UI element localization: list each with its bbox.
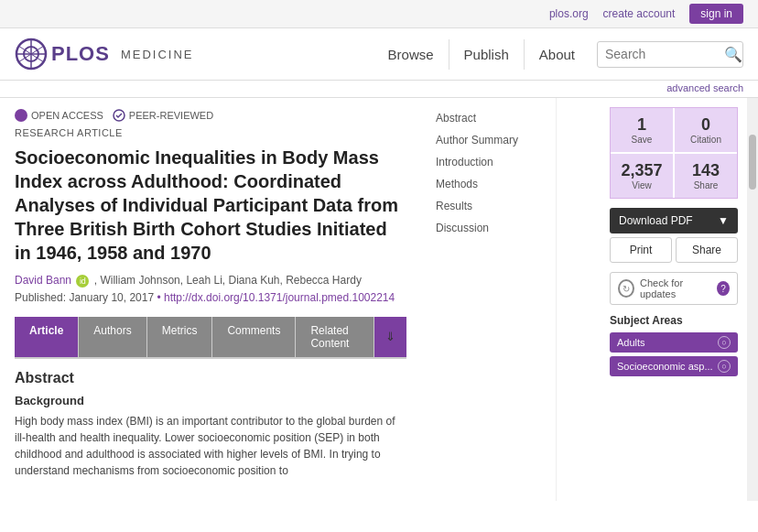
subject-tag-socioeconomic-label: Socioeconomic asp... [617,361,713,372]
peer-reviewed-icon [113,109,125,122]
sidebar-author-summary[interactable]: Author Summary [421,129,556,151]
article-title: Socioeconomic Inequalities in Body Mass … [15,146,406,265]
subject-tag-adults-label: Adults [617,337,645,348]
view-label: View [614,180,669,190]
metric-view: 2,357 View [611,154,673,198]
save-label: Save [614,135,669,145]
nav-publish[interactable]: Publish [449,39,525,70]
check-updates-widget[interactable]: ↻ Check for updates ? [610,272,738,305]
publish-date: Published: January 10, 2017 • http://dx.… [15,291,406,304]
citation-count: 0 [678,115,733,135]
sidebar-discussion[interactable]: Discussion [421,217,556,239]
advanced-search-bar: advanced search [0,81,758,98]
open-access-label: OPEN ACCESS [31,110,103,121]
top-bar: plos.org create account sign in [0,0,758,28]
badges: OPEN ACCESS PEER-REVIEWED [15,109,406,122]
logo-area: PLOS MEDICINE [15,38,193,71]
tab-comments[interactable]: Comments [212,317,296,357]
advanced-search-link[interactable]: advanced search [666,82,743,93]
tab-related-content[interactable]: Related Content [296,317,374,357]
subject-tag-adults-icon: ○ [718,336,731,349]
search-icon[interactable]: 🔍 [724,46,742,63]
orcid-icon: id [76,275,89,288]
print-button[interactable]: Print [610,237,672,263]
download-pdf-button[interactable]: Download PDF ▼ [610,208,738,233]
metric-save: 1 Save [611,108,673,152]
abstract-heading: Abstract [15,370,406,386]
metric-share: 143 Share [675,154,737,198]
dropdown-arrow-icon: ▼ [718,214,729,227]
header: PLOS MEDICINE Browse Publish About 🔍 [0,28,758,81]
nav-links: Browse Publish About [374,39,590,70]
metrics-grid: 1 Save 0 Citation 2,357 View 143 Share [610,107,738,199]
published-label: Published: [15,291,66,304]
peer-reviewed-label: PEER-REVIEWED [129,110,213,121]
tab-authors[interactable]: Authors [79,317,146,357]
chevron-down-icon: ⇓ [385,330,395,343]
background-heading: Background [15,394,406,407]
search-input[interactable] [605,47,724,61]
plos-logo-icon [15,38,48,71]
right-panel: 1 Save 0 Citation 2,357 View 143 Share D… [601,98,747,501]
author-david-bann[interactable]: David Bann [15,274,71,287]
nav-browse[interactable]: Browse [374,39,449,70]
sidebar-introduction[interactable]: Introduction [421,151,556,173]
article-tabs: Article Authors Metrics Comments Related… [15,317,406,359]
authors: David Bann id , William Johnson, Leah Li… [15,274,406,288]
abstract-text: High body mass index (BMI) is an importa… [15,413,406,479]
sign-in-button[interactable]: sign in [689,4,743,24]
help-icon[interactable]: ? [717,281,730,296]
tab-metrics[interactable]: Metrics [147,317,213,357]
action-buttons: Download PDF ▼ Print Share [610,208,738,263]
open-access-icon [15,109,27,122]
doi-link[interactable]: • http://dx.doi.org/10.1371/journal.pmed… [157,291,395,304]
sidebar-results[interactable]: Results [421,195,556,217]
plos-logo[interactable]: PLOS [15,38,110,71]
published-date: January 10, 2017 [69,291,154,304]
peer-reviewed-badge: PEER-REVIEWED [113,109,213,122]
sidebar-abstract[interactable]: Abstract [421,107,556,129]
abstract-content: Abstract Background High body mass index… [15,359,406,490]
subject-tag-socioeconomic-icon: ○ [718,360,731,373]
view-count: 2,357 [614,161,669,180]
nav-about[interactable]: About [525,39,590,70]
tab-article[interactable]: Article [15,317,79,357]
check-updates-label: Check for updates [640,277,711,299]
refresh-icon: ↻ [618,279,634,298]
save-count: 1 [614,115,669,135]
metric-citation: 0 Citation [675,108,737,152]
article-type: RESEARCH ARTICLE [15,127,406,138]
sidebar-nav: Abstract Author Summary Introduction Met… [421,98,557,501]
author-list: , William Johnson, Leah Li, Diana Kuh, R… [94,274,362,287]
citation-label: Citation [678,135,733,145]
btn-row: Print Share [610,237,738,263]
plos-org-link[interactable]: plos.org [549,7,589,20]
scrollbar[interactable] [747,98,758,501]
tab-collapse-arrow[interactable]: ⇓ [374,317,406,357]
search-area: 🔍 [597,41,743,68]
article-area: OPEN ACCESS PEER-REVIEWED RESEARCH ARTIC… [0,98,421,501]
sidebar-methods[interactable]: Methods [421,173,556,195]
publication-name: MEDICINE [121,48,194,61]
download-pdf-label: Download PDF [619,214,693,227]
share-label: Share [678,180,733,190]
plos-text: PLOS [51,42,110,66]
content-area: OPEN ACCESS PEER-REVIEWED RESEARCH ARTIC… [0,98,758,501]
create-account-link[interactable]: create account [603,7,676,20]
subject-tag-socioeconomic[interactable]: Socioeconomic asp... ○ [610,356,738,376]
scrollbar-thumb[interactable] [749,135,756,190]
share-count: 143 [678,161,733,180]
subject-tag-adults[interactable]: Adults ○ [610,332,738,353]
open-access-badge: OPEN ACCESS [15,109,103,122]
share-button[interactable]: Share [676,237,738,263]
article-with-sidebar: OPEN ACCESS PEER-REVIEWED RESEARCH ARTIC… [0,98,601,501]
subject-areas: Subject Areas Adults ○ Socioeconomic asp… [610,314,738,376]
subject-areas-title: Subject Areas [610,314,738,327]
